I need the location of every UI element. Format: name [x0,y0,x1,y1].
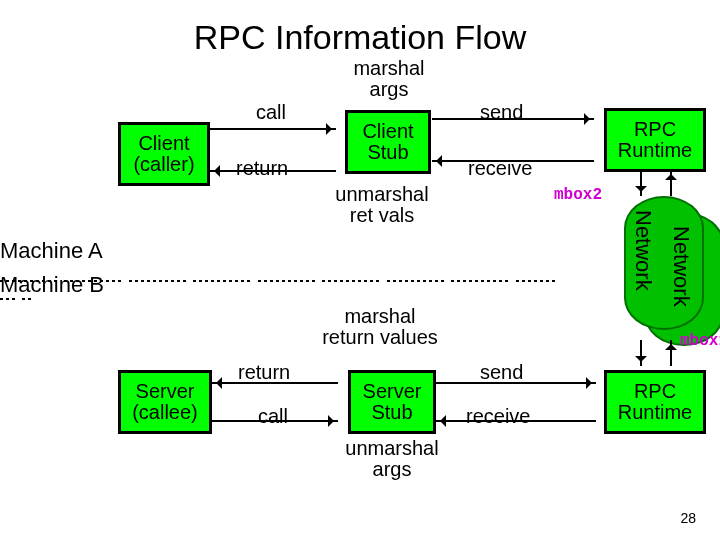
arrow-rb-to-net-up [670,340,672,366]
client-box: Client (caller) [118,122,210,186]
network-label-1: Network [630,210,656,291]
server-stub-line1: Server [363,381,422,402]
client-stub-line1: Client [362,121,413,142]
label-call-top: call [256,102,286,123]
mbox2-label: mbox2 [554,186,602,204]
label-call-bot: call [258,406,288,427]
arrow-net-to-rt-up [670,170,672,196]
page-number: 28 [680,510,696,526]
machine-a-label: Machine A [0,238,103,264]
rpc-runtime-top-line1: RPC [634,119,676,140]
arrow-rt-to-net-down [640,170,642,196]
network-label-2: Network [668,226,694,307]
server-box: Server (callee) [118,370,212,434]
label-return-bot: return [238,362,290,383]
label-return-top: return [236,158,288,179]
machine-divider [0,268,560,270]
arrow-call-top [210,128,336,130]
server-box-line1: Server [136,381,195,402]
client-stub-box: Client Stub [345,110,431,174]
label-send-bot: send [480,362,523,383]
client-box-line1: Client [138,133,189,154]
rpc-runtime-bot-line1: RPC [634,381,676,402]
label-receive-bot: receive [466,406,530,427]
mbox1-label: mbox1 [680,332,720,350]
label-receive-top: receive [468,158,532,179]
machine-b-label: Machine B [0,272,104,298]
label-unmarshal-args: unmarshal args [332,438,452,480]
page-title: RPC Information Flow [0,18,720,57]
rpc-runtime-top-box: RPC Runtime [604,108,706,172]
rpc-runtime-bot-line2: Runtime [618,402,692,423]
label-marshal-ret: marshal return values [300,306,460,348]
label-unmarshal-ret: unmarshal ret vals [322,184,442,226]
label-send-top: send [480,102,523,123]
server-box-line2: (callee) [132,402,198,423]
server-stub-box: Server Stub [348,370,436,434]
label-marshal-args: marshal args [344,58,434,100]
rpc-runtime-top-line2: Runtime [618,140,692,161]
rpc-runtime-bot-box: RPC Runtime [604,370,706,434]
client-stub-line2: Stub [367,142,408,163]
server-stub-line2: Stub [371,402,412,423]
client-box-line2: (caller) [133,154,194,175]
arrow-net-to-rb-down [640,340,642,366]
